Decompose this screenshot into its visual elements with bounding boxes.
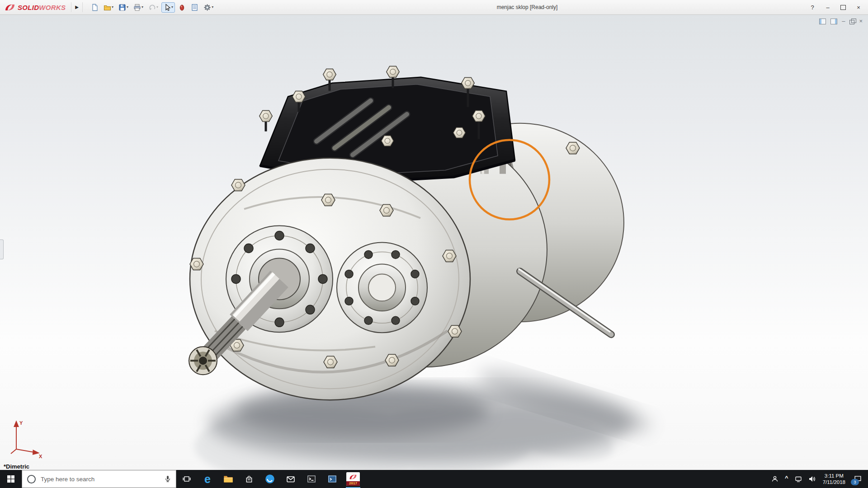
clock-date: 7/11/2018 [823, 479, 845, 485]
dropdown-icon[interactable]: ▾ [142, 5, 143, 9]
dropdown-icon[interactable]: ▾ [127, 5, 128, 9]
help-button[interactable]: ? [806, 2, 819, 13]
options-button[interactable]: ▾ [202, 2, 215, 13]
solidworks-app-logo-mark [349, 474, 357, 480]
dropdown-icon[interactable]: ▾ [212, 5, 213, 9]
dropdown-icon[interactable]: ▾ [156, 5, 158, 9]
person-icon [771, 475, 778, 483]
edge-icon: e [204, 473, 211, 485]
cortana-ring-icon [27, 475, 36, 483]
windows-taskbar: e [0, 470, 868, 488]
file-explorer-icon [223, 475, 233, 483]
taskbar-search[interactable] [22, 470, 176, 488]
gearbox-3d-canvas[interactable] [0, 15, 868, 470]
save-button[interactable]: ▾ [117, 2, 130, 13]
gear-icon [203, 4, 211, 11]
reference-triad: Y X [7, 418, 45, 459]
taskbar-clock[interactable]: 3:11 PM 7/11/2018 [819, 470, 849, 488]
rebuild-icon [178, 4, 186, 11]
select-tool-button[interactable]: ▾ [161, 2, 175, 13]
notification-badge: 3 [851, 479, 859, 485]
taskbar-app-edge[interactable]: e [197, 470, 218, 488]
print-button[interactable]: ▾ [132, 2, 145, 13]
doc-close-button[interactable]: × [859, 18, 863, 24]
blue-circle-app-icon [265, 474, 275, 484]
taskbar-app-terminal[interactable] [301, 470, 322, 488]
display-pane-icon [819, 19, 826, 24]
solidworks-app-icon: 2017 [346, 472, 360, 486]
maximize-icon [840, 5, 846, 10]
microphone-icon[interactable] [164, 475, 171, 483]
windows-logo-icon [7, 475, 14, 483]
triad-y-label: Y [19, 420, 23, 426]
open-folder-icon [104, 4, 111, 11]
task-view-button[interactable] [176, 470, 197, 488]
triad-x-label: X [39, 454, 42, 459]
rebuild-button[interactable] [176, 2, 188, 13]
network-icon [795, 475, 802, 483]
action-center-button[interactable]: 3 [849, 470, 866, 488]
start-button[interactable] [0, 470, 22, 488]
quick-access-toolbar: ▾ ▾ ▾ ▾ [89, 2, 215, 13]
mail-icon [286, 475, 295, 483]
close-button[interactable]: × [852, 2, 865, 13]
store-icon [245, 475, 253, 483]
featuremanager-flyout-handle[interactable] [0, 239, 4, 259]
volume-button[interactable] [805, 470, 819, 488]
window-title: menjac sklop [Read-only] [497, 0, 558, 14]
document-window-controls: – × [819, 18, 863, 24]
clock-time: 3:11 PM [825, 473, 844, 479]
taskbar-app-blue-circle[interactable] [259, 470, 280, 488]
task-view-icon [183, 475, 191, 483]
print-icon [133, 4, 141, 11]
speaker-icon [808, 475, 816, 483]
display-pane-toggle[interactable] [819, 19, 826, 24]
tray-overflow-button[interactable]: ^ [782, 469, 792, 488]
people-button[interactable] [768, 470, 782, 488]
cursor-icon [163, 4, 171, 11]
file-properties-icon [191, 4, 198, 11]
taskbar-app-solidworks[interactable]: 2017 [343, 470, 363, 488]
solidworks-version-label: 2017 [346, 481, 360, 486]
open-button[interactable]: ▾ [102, 2, 115, 13]
restore-icon [849, 20, 854, 24]
gearbox-model [189, 66, 624, 400]
doc-minimize-button[interactable]: – [842, 18, 845, 24]
graphics-area[interactable]: – × Y X *Dimetric [0, 15, 868, 470]
task-pane-toggle[interactable] [830, 19, 837, 24]
titlebar: SOLIDWORKS ▶ ▾ ▾ [0, 0, 868, 15]
network-button[interactable] [792, 470, 805, 488]
solidworks-wordmark: SOLIDWORKS [18, 4, 66, 11]
view-orientation-label: *Dimetric [4, 463, 29, 470]
app-window-icon [328, 475, 337, 483]
taskbar-app-store[interactable] [239, 470, 259, 488]
terminal-icon [307, 475, 316, 483]
new-document-button[interactable] [89, 2, 100, 13]
taskbar-app-file-explorer[interactable] [218, 470, 239, 488]
hub-right [337, 243, 427, 333]
undo-button[interactable]: ▾ [146, 2, 160, 13]
undo-icon [148, 4, 156, 11]
dropdown-icon[interactable]: ▾ [112, 5, 113, 9]
maximize-button[interactable] [836, 2, 850, 13]
search-input[interactable] [40, 475, 160, 483]
minimize-button[interactable]: – [821, 2, 835, 13]
taskbar-app-window[interactable] [322, 470, 343, 488]
system-tray: ^ 3:11 PM 7/11/2018 3 [768, 470, 868, 488]
solidworks-logo-mark [5, 4, 15, 11]
new-document-icon [91, 4, 99, 11]
taskbar-app-mail[interactable] [280, 470, 301, 488]
window-controls: ? – × [806, 0, 865, 14]
solidworks-logo: SOLIDWORKS [5, 4, 66, 11]
dropdown-icon[interactable]: ▾ [171, 5, 173, 9]
menu-expand-button[interactable]: ▶ [71, 2, 83, 12]
save-icon [118, 4, 126, 11]
doc-restore-button[interactable] [849, 19, 854, 24]
task-pane-icon [830, 19, 837, 24]
file-properties-button[interactable] [189, 2, 200, 13]
